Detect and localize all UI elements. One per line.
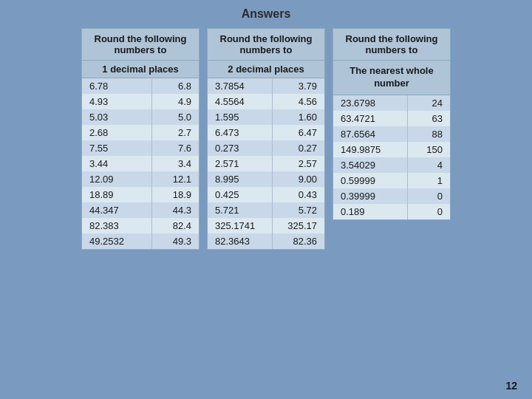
table2-card: Round the following numbers to 2 decimal…	[207, 28, 325, 250]
table-row: 49.253249.3	[82, 233, 199, 249]
table-row: 82.364382.36	[208, 233, 324, 249]
table-row: 4.55644.56	[208, 94, 324, 109]
table3-header: Round the following numbers to	[333, 29, 450, 61]
table-row: 0.1890	[333, 204, 450, 219]
table-row: 63.472163	[333, 111, 450, 126]
table-row: 2.682.7	[82, 125, 199, 140]
table-row: 7.557.6	[82, 140, 199, 156]
table-row: 6.786.8	[82, 78, 199, 94]
table-row: 1.5951.60	[208, 109, 324, 125]
table-row: 2.5712.57	[208, 156, 324, 171]
table-row: 0.2730.27	[208, 140, 324, 156]
table1-card: Round the following numbers to 1 decimal…	[81, 28, 200, 250]
table-row: 44.34744.3	[82, 202, 199, 218]
table-row: 149.9875150	[333, 142, 450, 157]
table-row: 8.9959.00	[208, 171, 324, 187]
page-title: Answers	[242, 7, 291, 21]
table-row: 6.4736.47	[208, 125, 324, 140]
table2-subheader: 2 decimal places	[208, 61, 324, 78]
table-row: 5.7215.72	[208, 202, 324, 218]
table-row: 23.679824	[333, 95, 450, 111]
table-row: 0.599991	[333, 173, 450, 188]
table-row: 3.443.4	[82, 156, 199, 171]
table-row: 5.035.0	[82, 109, 199, 125]
table3-subheader: The nearest whole number	[333, 61, 450, 95]
table-row: 3.78543.79	[208, 78, 324, 94]
table-row: 0.399990	[333, 188, 450, 204]
table-row: 325.1741325.17	[208, 218, 324, 233]
table-row: 12.0912.1	[82, 171, 199, 187]
table2-header: Round the following numbers to	[208, 29, 324, 61]
table2: 3.78543.794.55644.561.5951.606.4736.470.…	[208, 78, 324, 249]
table1-subheader: 1 decimal places	[82, 61, 199, 78]
table1: 6.786.84.934.95.035.02.682.77.557.63.443…	[82, 78, 199, 249]
table3: 23.67982463.47216387.656488149.98751503.…	[333, 95, 450, 219]
table-row: 3.540294	[333, 157, 450, 173]
table-row: 0.4250.43	[208, 187, 324, 202]
table-row: 87.656488	[333, 126, 450, 142]
tables-container: Round the following numbers to 1 decimal…	[81, 28, 451, 250]
table-row: 82.38382.4	[82, 218, 199, 233]
table-row: 18.8918.9	[82, 187, 199, 202]
table-row: 4.934.9	[82, 94, 199, 109]
table3-card: Round the following numbers to The neare…	[332, 28, 451, 220]
page-number: 12	[505, 380, 517, 392]
table1-header: Round the following numbers to	[82, 29, 199, 61]
